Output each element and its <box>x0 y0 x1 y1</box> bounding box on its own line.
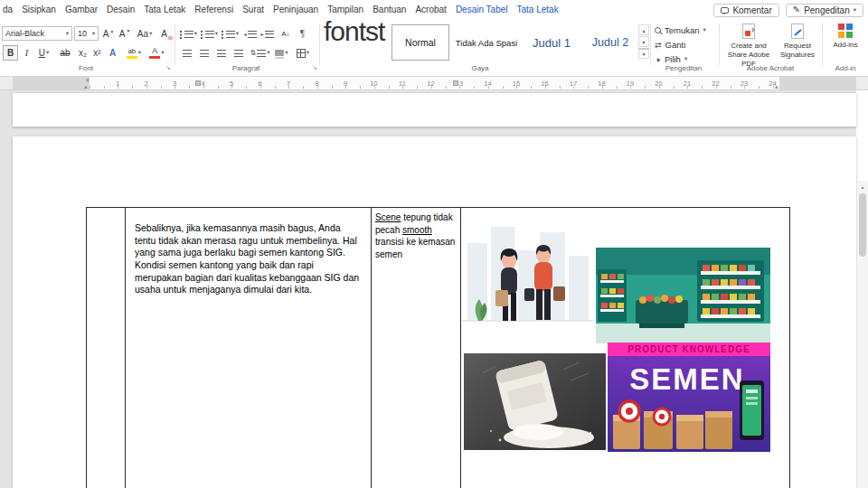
ruler-number: 22 <box>712 80 719 88</box>
ruler-number: 9 <box>344 80 347 88</box>
table-cell-empty[interactable] <box>86 208 125 488</box>
menu-tab-gambar[interactable]: Gambar <box>61 0 102 20</box>
grow-font-button[interactable]: A▴ <box>100 26 116 42</box>
ruler-number: 15 <box>513 80 520 88</box>
style-scroll-up-button[interactable]: ▴ <box>638 24 649 35</box>
add-ins-icon <box>838 23 853 38</box>
shopping-couple-illustration <box>462 214 594 350</box>
change-case-button[interactable]: Aa ▾ <box>134 26 156 42</box>
horizontal-ruler[interactable]: 123456789101112131415161718192021222324 … <box>0 77 868 90</box>
style-scroll-down-button[interactable]: ▾ <box>638 36 649 47</box>
right-indent-marker[interactable]: ▴ <box>775 83 778 89</box>
replace-button[interactable]: ⇄ Ganti <box>655 40 685 50</box>
shading-button[interactable]: ▾ <box>272 45 291 61</box>
italic-button[interactable]: I <box>21 45 33 61</box>
ruler-number: 11 <box>399 80 406 88</box>
show-paragraph-marks-button[interactable]: ¶ <box>296 26 309 42</box>
menu-tab-referensi[interactable]: Referensi <box>190 0 238 20</box>
document-canvas[interactable]: Sebaliknya, jika kemasannya masih bagus,… <box>0 90 856 488</box>
ruler-number: 20 <box>655 80 662 88</box>
table-column-marker[interactable] <box>453 80 458 86</box>
scene-text[interactable]: Scene tepung tidak pecah smooth transisi… <box>372 208 460 260</box>
menu-tab-surat[interactable]: Surat <box>238 0 269 20</box>
align-left-button[interactable] <box>179 45 194 61</box>
shading-icon <box>275 50 284 56</box>
menu-tab-peninjauan[interactable]: Peninjauan <box>269 0 323 20</box>
style-item-judul-1[interactable]: Judul 1 <box>523 24 580 61</box>
justify-button[interactable] <box>231 45 246 61</box>
table-column-marker[interactable] <box>195 80 201 86</box>
menu-tab-tata-letak[interactable]: Tata Letak <box>139 0 190 20</box>
superscript-button[interactable]: x² <box>90 45 104 61</box>
flour-bag-image[interactable] <box>464 353 606 450</box>
previous-page-bottom[interactable] <box>13 93 856 127</box>
ruler-number: 2 <box>144 80 147 88</box>
find-button[interactable]: Temukan ▾ <box>655 25 706 35</box>
shrink-font-button[interactable]: A▾ <box>117 26 132 42</box>
multilevel-list-button[interactable]: ▾ <box>221 26 240 42</box>
font-name-combobox[interactable]: Arial-Black ▾ <box>2 26 72 41</box>
comments-button[interactable]: Komentar <box>713 4 778 17</box>
highlight-icon: ab <box>127 48 137 59</box>
first-line-indent-marker[interactable]: ▾ <box>86 77 90 83</box>
style-item-judul-2[interactable]: Judul 2 <box>584 24 637 61</box>
ruler-number: 18 <box>598 80 605 88</box>
font-color-button[interactable]: A ▾ <box>146 45 167 61</box>
menu-tab-tata-letak[interactable]: Tata Letak <box>513 0 563 20</box>
font-name-value: Arial-Black <box>5 29 44 38</box>
font-dialog-launcher[interactable]: ↘ <box>164 63 173 72</box>
numbering-button[interactable]: ▾ <box>200 26 219 42</box>
search-icon <box>655 27 661 33</box>
menu-tab-sisipkan[interactable]: Sisipkan <box>17 0 61 20</box>
grocery-store-image[interactable] <box>596 248 770 343</box>
line-spacing-button[interactable]: ⇅ ▾ <box>250 45 270 61</box>
ruler-number: 10 <box>370 80 377 88</box>
clear-formatting-button[interactable]: A <box>157 26 171 42</box>
ruler-number: 4 <box>201 80 204 88</box>
menu-tab-desain[interactable]: Desain <box>102 0 139 20</box>
table-cell-narration[interactable]: Sebaliknya, jika kemasannya masih bagus,… <box>125 208 371 488</box>
menu-tab-da[interactable]: da <box>0 0 17 20</box>
ruler-number: 8 <box>315 80 318 88</box>
menu-tab-desain-tabel[interactable]: Desain Tabel <box>451 0 513 20</box>
font-size-value: 10 <box>78 29 87 38</box>
style-item-normal[interactable]: Normal <box>392 24 449 61</box>
decrease-indent-button[interactable]: ◂ <box>242 26 258 42</box>
bold-button[interactable]: B <box>3 45 18 61</box>
select-button[interactable]: ▲ Pilih ▾ <box>655 54 687 64</box>
numbered-list-icon <box>205 31 214 38</box>
table-cell-scene[interactable]: Scene tepung tidak pecah smooth transisi… <box>371 208 460 488</box>
scrollbar-thumb[interactable] <box>859 193 866 257</box>
increase-indent-button[interactable]: ▸ <box>259 26 275 42</box>
bullets-button[interactable]: ▾ <box>179 26 198 42</box>
style-item-fontst[interactable]: fontst <box>324 16 384 47</box>
style-item-tidak-ada-spasi[interactable]: Tidak Ada Spasi <box>454 24 519 61</box>
text-effects-button[interactable]: A <box>105 45 120 61</box>
borders-button[interactable]: ▾ <box>293 45 313 61</box>
narration-text[interactable]: Sebaliknya, jika kemasannya masih bagus,… <box>126 208 371 296</box>
vertical-scrollbar[interactable]: ▴ <box>856 181 868 488</box>
underline-button[interactable]: U ▾ <box>34 45 53 61</box>
style-gallery-more-button[interactable]: ▾ <box>638 48 649 59</box>
comments-label: Komentar <box>732 5 771 15</box>
align-center-button[interactable] <box>196 45 212 61</box>
product-knowledge-poster-image[interactable]: PRODUCT KNOWLEDGE SEMEN <box>608 343 770 452</box>
strikethrough-button[interactable]: ab <box>56 45 74 61</box>
editing-mode-button[interactable]: ✎ Pengeditan ▾ <box>786 4 863 17</box>
group-separator <box>719 23 720 65</box>
adobe-pdf-icon <box>742 23 755 39</box>
highlight-color-button[interactable]: ab ▾ <box>123 45 145 61</box>
document-page[interactable]: Sebaliknya, jika kemasannya masih bagus,… <box>13 136 856 488</box>
menu-tab-acrobat[interactable]: Acrobat <box>410 0 450 20</box>
scroll-up-arrow[interactable]: ▴ <box>857 181 868 192</box>
shopping-couple-image[interactable] <box>462 214 594 350</box>
chevron-down-icon: ▾ <box>92 31 95 37</box>
hanging-indent-marker[interactable]: ▴ <box>84 83 88 89</box>
subscript-button[interactable]: x₂ <box>76 45 90 61</box>
align-right-button[interactable] <box>213 45 229 61</box>
underlined-term: Scene <box>375 212 401 222</box>
ruler-number: 23 <box>741 80 748 88</box>
sort-button[interactable]: A↓ <box>277 26 294 42</box>
paragraph-dialog-launcher[interactable]: ↘ <box>310 63 319 72</box>
font-size-combobox[interactable]: 10 ▾ <box>74 26 99 41</box>
